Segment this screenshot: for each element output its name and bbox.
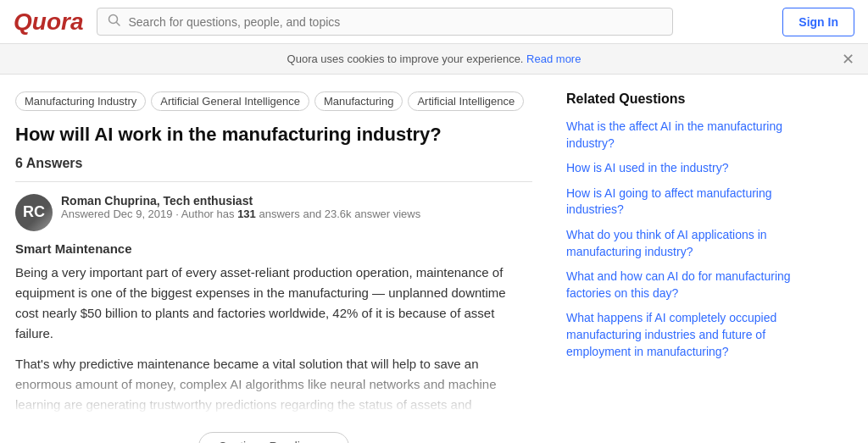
tags: Manufacturing Industry Artificial Genera… bbox=[15, 91, 532, 111]
cookie-banner: Quora uses cookies to improve your exper… bbox=[0, 44, 868, 75]
sign-in-button[interactable]: Sign In bbox=[782, 8, 854, 36]
tag-agi[interactable]: Artificial General Intelligence bbox=[151, 91, 309, 111]
search-icon bbox=[108, 14, 121, 30]
continue-reading-label: Continue Reading bbox=[218, 440, 313, 443]
author-info: Roman Chuprina, Tech enthusiast Answered… bbox=[61, 194, 420, 220]
author-name: Roman Chuprina, Tech enthusiast bbox=[61, 194, 420, 208]
views-label: answer views bbox=[352, 208, 421, 220]
views-count: 23.6k bbox=[325, 208, 352, 220]
cookie-read-more-link[interactable]: Read more bbox=[526, 53, 581, 65]
main-layout: Manufacturing Industry Artificial Genera… bbox=[2, 75, 866, 443]
related-question-5[interactable]: What and how can AI do for manufacturing… bbox=[566, 269, 821, 302]
list-item: How is AI used in the industry? bbox=[566, 160, 821, 177]
answer-section-title: Smart Maintenance bbox=[15, 241, 532, 256]
list-item: How is AI going to affect manufacturing … bbox=[566, 186, 821, 219]
content-area: Manufacturing Industry Artificial Genera… bbox=[15, 91, 566, 443]
related-question-4[interactable]: What do you think of AI applications in … bbox=[566, 227, 821, 260]
divider bbox=[15, 181, 532, 182]
related-question-1[interactable]: What is the affect AI in the manufacturi… bbox=[566, 119, 821, 152]
header-right: Sign In bbox=[782, 8, 854, 36]
list-item: What do you think of AI applications in … bbox=[566, 227, 821, 260]
search-input[interactable] bbox=[128, 15, 662, 29]
search-bar[interactable] bbox=[97, 8, 673, 36]
logo: Quora bbox=[14, 8, 83, 36]
tag-manufacturing-industry[interactable]: Manufacturing Industry bbox=[15, 91, 146, 111]
answers-count: 131 bbox=[237, 208, 256, 220]
chevron-down-icon: ⌄ bbox=[319, 440, 330, 443]
answered-date: Answered Dec 9, 2019 · Author has bbox=[61, 208, 237, 220]
answer-paragraph-1: Being a very important part of every ass… bbox=[15, 263, 532, 344]
answers-label: answers and bbox=[256, 208, 325, 220]
avatar: RC bbox=[15, 194, 53, 231]
tag-manufacturing[interactable]: Manufacturing bbox=[314, 91, 403, 111]
cookie-text: Quora uses cookies to improve your exper… bbox=[287, 53, 524, 65]
answer-paragraph-2: That's why predictive maintenance became… bbox=[15, 354, 532, 415]
continue-reading-button[interactable]: Continue Reading ⌄ bbox=[198, 432, 348, 443]
related-question-2[interactable]: How is AI used in the industry? bbox=[566, 160, 821, 177]
tag-ai[interactable]: Artificial Intelligence bbox=[408, 91, 524, 111]
related-question-3[interactable]: How is AI going to affect manufacturing … bbox=[566, 186, 821, 219]
list-item: What is the affect AI in the manufacturi… bbox=[566, 119, 821, 152]
related-question-6[interactable]: What happens if AI completely occupied m… bbox=[566, 310, 821, 360]
related-questions-list: What is the affect AI in the manufacturi… bbox=[566, 119, 821, 360]
sidebar: Related Questions What is the affect AI … bbox=[566, 91, 821, 443]
author-row: RC Roman Chuprina, Tech enthusiast Answe… bbox=[15, 194, 532, 231]
question-title: How will AI work in the manufacturing in… bbox=[15, 123, 532, 147]
avatar-image: RC bbox=[15, 194, 53, 231]
cookie-close-button[interactable]: ✕ bbox=[842, 50, 854, 69]
answer-count: 6 Answers bbox=[15, 156, 532, 171]
list-item: What and how can AI do for manufacturing… bbox=[566, 269, 821, 302]
related-questions-title: Related Questions bbox=[566, 91, 821, 107]
continue-reading-wrap: Continue Reading ⌄ bbox=[15, 432, 532, 443]
list-item: What happens if AI completely occupied m… bbox=[566, 310, 821, 360]
svg-line-1 bbox=[117, 23, 120, 26]
answer-fade: Smart Maintenance Being a very important… bbox=[15, 241, 532, 415]
author-meta: Answered Dec 9, 2019 · Author has 131 an… bbox=[61, 208, 420, 220]
header: Quora Sign In bbox=[0, 0, 868, 44]
